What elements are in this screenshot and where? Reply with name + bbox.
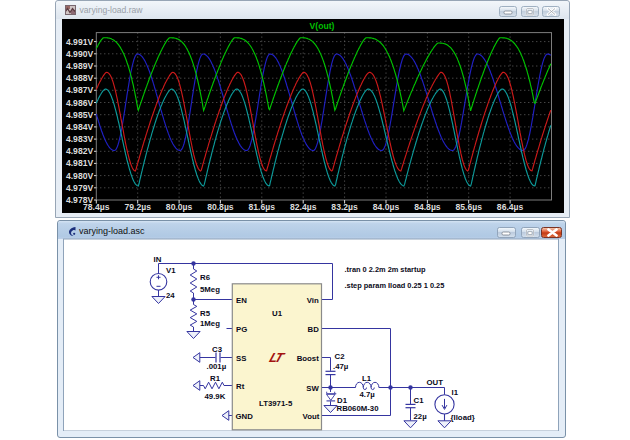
svg-text:86.4µs: 86.4µs (497, 202, 524, 212)
svg-text:5Meg: 5Meg (200, 285, 220, 294)
svg-text:Rt: Rt (236, 382, 245, 391)
svg-text:4.984V: 4.984V (66, 122, 94, 132)
svg-text:{Iload}: {Iload} (451, 413, 475, 422)
svg-text:V1: V1 (166, 266, 176, 275)
svg-text:1Meg: 1Meg (200, 319, 220, 328)
svg-text:4.983V: 4.983V (66, 134, 94, 144)
svg-text:SS: SS (236, 354, 246, 363)
svg-text:49.9K: 49.9K (205, 392, 226, 401)
svg-text:4.979V: 4.979V (66, 183, 94, 193)
svg-text:OUT: OUT (427, 378, 444, 387)
svg-text:Vout: Vout (303, 412, 320, 421)
svg-text:RB060M-30: RB060M-30 (337, 404, 380, 413)
svg-text:4.987V: 4.987V (66, 85, 94, 95)
svg-text:V(out): V(out) (310, 21, 335, 31)
svg-text:Vin: Vin (307, 296, 319, 305)
svg-text:L1: L1 (362, 374, 372, 383)
svg-text:Boost: Boost (297, 354, 319, 363)
svg-text:84.0µs: 84.0µs (373, 202, 400, 212)
svg-text:I1: I1 (452, 388, 459, 397)
svg-text:LT3971-5: LT3971-5 (259, 399, 293, 408)
svg-text:4.989V: 4.989V (66, 61, 94, 71)
svg-text:.001µ: .001µ (207, 362, 227, 371)
svg-text:4.980V: 4.980V (66, 171, 94, 181)
svg-text:R1: R1 (210, 374, 221, 383)
svg-text:83.2µs: 83.2µs (331, 202, 358, 212)
svg-text:4.990V: 4.990V (66, 49, 94, 59)
svg-text:U1: U1 (272, 309, 283, 318)
svg-text:.tran 0 2.2m 2m startup: .tran 0 2.2m 2m startup (345, 265, 426, 274)
svg-text:85.6µs: 85.6µs (455, 202, 482, 212)
svg-text:C3: C3 (212, 345, 223, 354)
svg-text:4.982V: 4.982V (66, 146, 94, 156)
svg-text:PG: PG (236, 325, 247, 334)
svg-text:IN: IN (154, 255, 162, 264)
svg-text:SW: SW (306, 384, 319, 393)
svg-text:.step param Iload 0.25 1 0.25: .step param Iload 0.25 1 0.25 (345, 281, 445, 290)
svg-text:4.981V: 4.981V (66, 158, 94, 168)
svg-text:BD: BD (308, 325, 320, 334)
svg-text:C1: C1 (414, 396, 425, 405)
svg-text:EN: EN (236, 296, 247, 305)
svg-text:4.986V: 4.986V (66, 98, 94, 108)
svg-text:4.7µ: 4.7µ (360, 390, 376, 399)
svg-text:78.4µs: 78.4µs (83, 202, 110, 212)
svg-text:84.8µs: 84.8µs (414, 202, 441, 212)
svg-text:4.988V: 4.988V (66, 73, 94, 83)
svg-text:24: 24 (166, 291, 175, 300)
svg-text:R6: R6 (200, 273, 211, 282)
svg-text:C2: C2 (335, 352, 346, 361)
svg-text:.47µ: .47µ (333, 362, 349, 371)
svg-text:4.991V: 4.991V (66, 37, 94, 47)
svg-text:GND: GND (236, 412, 254, 421)
svg-text:81.6µs: 81.6µs (249, 202, 276, 212)
svg-text:80.0µs: 80.0µs (166, 202, 193, 212)
svg-text:80.8µs: 80.8µs (207, 202, 234, 212)
svg-text:4.985V: 4.985V (66, 110, 94, 120)
svg-text:79.2µs: 79.2µs (124, 202, 151, 212)
svg-text:82.4µs: 82.4µs (290, 202, 317, 212)
svg-text:R5: R5 (200, 309, 211, 318)
svg-text:22µ: 22µ (414, 412, 428, 421)
